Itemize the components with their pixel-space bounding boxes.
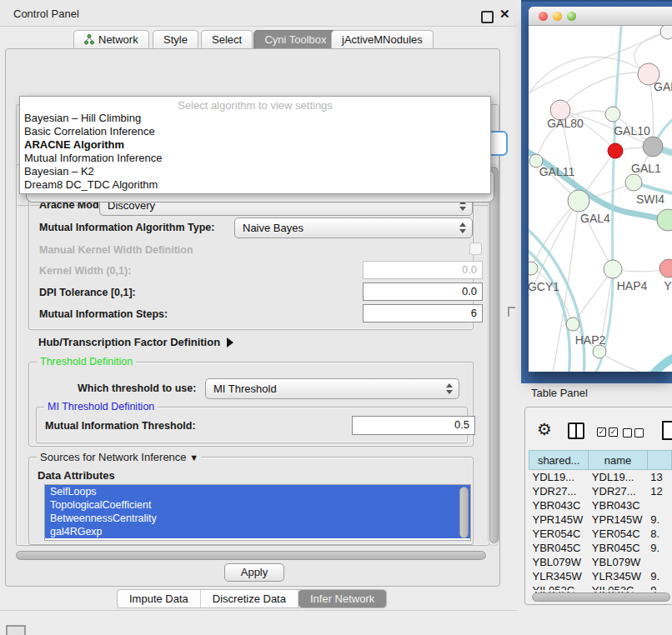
network-node-gal10[interactable] [605, 107, 620, 122]
algorithm-option[interactable]: Dream8 DC_TDC Algorithm [24, 178, 158, 191]
network-node[interactable] [643, 137, 663, 157]
network-node-hap4[interactable] [604, 260, 622, 278]
table-panel-title: Table Panel [531, 387, 588, 399]
network-node-gal4[interactable] [568, 190, 589, 212]
mi-type-combo[interactable]: Naive Bayes [234, 218, 473, 238]
network-svg: GALGAL80GAL10GAL11GAL1GAL4SWI4GCY1HAP4YH… [529, 26, 672, 372]
network-node-gcy1[interactable] [529, 262, 538, 275]
tab-jactivemnodules[interactable]: jActiveMNodules [331, 30, 434, 48]
attribute-item[interactable]: SelfLoops [45, 485, 470, 498]
network-window-titlebar[interactable] [529, 7, 672, 26]
network-tab-icon [84, 34, 95, 45]
network-edge-highlighted[interactable] [529, 222, 584, 372]
network-edge-highlighted[interactable] [529, 238, 569, 372]
network-node-gal1[interactable] [625, 174, 642, 191]
tab-cyni-toolbox[interactable]: Cyni Toolbox [253, 30, 338, 48]
tab-discretize-data[interactable]: Discretize Data [201, 590, 298, 608]
sources-title[interactable]: Sources for Network Inference ▼ [37, 451, 202, 463]
expanded-arrow-icon: ▼ [189, 452, 198, 462]
settings-vertical-scrollbar[interactable] [488, 164, 499, 546]
table-horizontal-scrollbar[interactable] [530, 592, 670, 601]
control-panel-title: Control Panel [13, 8, 79, 20]
network-edge[interactable] [599, 352, 645, 372]
deselect-all-icon[interactable] [623, 428, 644, 438]
settings-horizontal-scrollbar-thumb[interactable] [16, 551, 486, 560]
sources-group: Sources for Network Inference ▼ Data Att… [28, 457, 474, 545]
tab-style[interactable]: Style [153, 30, 198, 48]
network-canvas[interactable]: GALGAL80GAL10GAL11GAL1GAL4SWI4GCY1HAP4YH… [529, 26, 672, 372]
network-node-label: SWI4 [636, 192, 664, 206]
network-edge[interactable] [560, 72, 649, 110]
data-attributes-list[interactable]: SelfLoops TopologicalCoefficient Between… [44, 484, 471, 541]
hub-tf-section-toggle[interactable]: Hub/Transcription Factor Definition [38, 336, 233, 348]
close-traffic-light[interactable] [539, 12, 548, 21]
node-table[interactable]: shared... name YDL19...YDL19...13 YDR27.… [529, 450, 672, 598]
settings-gear-icon[interactable]: ⚙ [537, 420, 552, 438]
dpi-tolerance-label: DPI Tolerance [0,1]: [39, 287, 136, 298]
cyni-toolbox-panel: Select algorithm to view settings Bayesi… [5, 48, 500, 587]
mi-threshold-group: MI Threshold Definition Mutual Informati… [36, 407, 468, 443]
settings-vertical-scrollbar-thumb[interactable] [489, 167, 499, 543]
table-row[interactable]: YDL19...YDL19...13 [529, 470, 672, 485]
attribute-item[interactable]: TopologicalCoefficient [45, 498, 470, 512]
network-node-label: GAL1 [631, 162, 661, 175]
tab-impute-data[interactable]: Impute Data [118, 590, 201, 608]
table-row[interactable]: YDR27...YDR27...12 [529, 484, 672, 498]
tab-network[interactable]: Network [73, 30, 149, 48]
which-threshold-combo[interactable]: MI Threshold [205, 378, 459, 399]
unchecked-box-icon [623, 428, 632, 438]
mi-steps-label: Mutual Information Steps: [39, 308, 168, 320]
tab-select[interactable]: Select [201, 30, 253, 48]
mi-threshold-field[interactable]: 0.5 [352, 416, 475, 435]
column-header-shared-name[interactable]: shared... [529, 451, 589, 470]
partial-toolbar-icon[interactable] [662, 421, 672, 440]
tab-infer-network[interactable]: Infer Network [298, 590, 386, 608]
algorithm-option[interactable]: Bayesian – Hill Climbing [24, 112, 141, 124]
table-row[interactable]: YBR043CYBR043C [529, 498, 672, 512]
column-header-name[interactable]: name [589, 451, 647, 470]
table-row[interactable]: YLR345WYLR345W9. [529, 569, 672, 583]
network-node-hap2[interactable] [566, 318, 579, 331]
network-node-y[interactable] [659, 259, 672, 278]
table-row[interactable]: YBR045CYBR045C9. [529, 541, 672, 555]
network-node-label: GAL [654, 80, 672, 93]
settings-horizontal-scrollbar[interactable] [9, 549, 496, 561]
algorithm-option-selected[interactable]: ARACNE Algorithm [24, 138, 124, 151]
select-all-icon[interactable]: ✓ ✓ [597, 428, 618, 437]
kernel-width-label: Kernel Width (0,1): [39, 265, 131, 277]
algorithm-option[interactable]: Mutual Information Inference [24, 152, 162, 164]
split-pane-grip[interactable] [508, 307, 515, 317]
minimized-panel-icon[interactable] [6, 625, 26, 635]
algorithm-option[interactable]: Bayesian – K2 [24, 165, 94, 178]
minimize-traffic-light[interactable] [553, 12, 562, 21]
manual-kernel-checkbox[interactable] [469, 242, 482, 255]
float-window-icon[interactable] [481, 11, 494, 23]
table-horizontal-scrollbar-thumb[interactable] [532, 592, 670, 602]
screen: Control Panel ✕ Network Style Select Cyn… [0, 0, 672, 635]
column-header-partial[interactable] [647, 451, 671, 470]
table-row[interactable]: YPR145WYPR145W9. [529, 512, 672, 527]
close-icon[interactable]: ✕ [499, 7, 510, 22]
algorithm-option[interactable]: Basic Correlation Inference [24, 125, 155, 138]
network-node[interactable] [608, 143, 623, 158]
column-browser-icon[interactable] [568, 422, 584, 439]
network-node-label: HAP4 [617, 279, 648, 292]
dpi-tolerance-field[interactable]: 0.0 [363, 282, 483, 301]
attribute-item[interactable]: BetweennessCentrality [45, 512, 470, 525]
kernel-width-field[interactable]: 0.0 [363, 261, 483, 279]
table-row[interactable]: YER054CYER054C8. [529, 527, 672, 541]
zoom-traffic-light[interactable] [567, 12, 576, 21]
attribute-item[interactable]: gal4RGexp [45, 525, 470, 538]
mi-steps-field[interactable]: 6 [363, 304, 483, 322]
table-row[interactable]: YBL079WYBL079W [529, 555, 672, 569]
network-node-swi4[interactable] [657, 209, 672, 231]
network-edge-highlighted[interactable] [652, 345, 672, 372]
list-scrollbar[interactable] [459, 487, 469, 538]
row-clip-mask [526, 590, 671, 592]
algorithm-definition-group: Algorithm Definition Aracne Mode: Discov… [28, 188, 474, 330]
collapsed-arrow-icon [227, 338, 233, 348]
checked-box-icon: ✓ [609, 428, 618, 437]
network-node[interactable] [660, 26, 672, 39]
network-node[interactable] [593, 345, 606, 358]
apply-button[interactable]: Apply [224, 563, 284, 582]
